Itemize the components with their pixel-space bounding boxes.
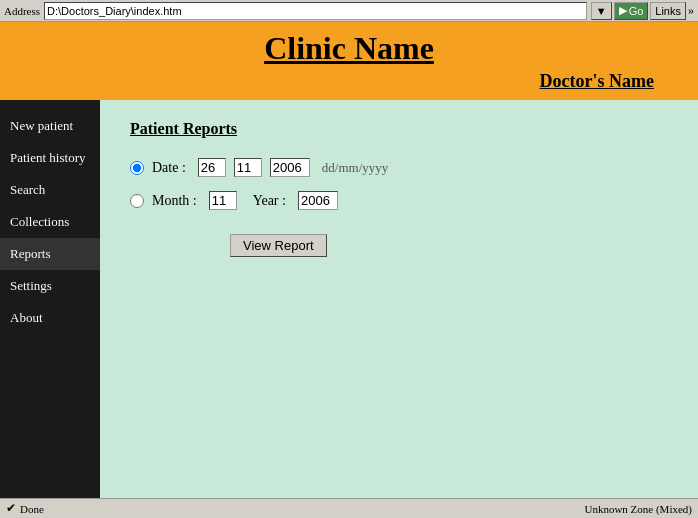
dropdown-btn[interactable]: ▼: [591, 2, 612, 20]
view-report-button[interactable]: View Report: [230, 234, 327, 257]
sidebar-item-patient-history[interactable]: Patient history: [0, 142, 100, 174]
header: Clinic Name Doctor's Name: [0, 22, 698, 100]
month-label: Month :: [152, 193, 197, 209]
main-window: Clinic Name Doctor's Name New patient Pa…: [0, 22, 698, 518]
year-date-input[interactable]: [270, 158, 310, 177]
year-label: Year :: [253, 193, 286, 209]
month-input[interactable]: [209, 191, 237, 210]
address-bar: Address ▼ ▶ Go Links »: [0, 0, 698, 22]
sidebar-item-about[interactable]: About: [0, 302, 100, 334]
links-button[interactable]: Links: [650, 2, 686, 20]
status-bar: ✔ Done Unknown Zone (Mixed): [0, 498, 698, 518]
report-form: Date : dd/mm/yyyy Month : Year : View Re…: [130, 158, 668, 257]
main-content: Patient Reports Date : dd/mm/yyyy Month …: [100, 100, 698, 498]
resize-handle: »: [688, 3, 694, 18]
date-label: Date :: [152, 160, 186, 176]
status-icon: ✔: [6, 501, 16, 516]
year-input[interactable]: [298, 191, 338, 210]
day-input[interactable]: [198, 158, 226, 177]
zone-text: Unknown Zone (Mixed): [584, 503, 692, 515]
address-input[interactable]: [44, 2, 587, 20]
date-row: Date : dd/mm/yyyy: [130, 158, 668, 177]
address-label: Address: [4, 5, 40, 17]
sidebar-item-search[interactable]: Search: [0, 174, 100, 206]
clinic-name: Clinic Name: [4, 30, 694, 67]
page-title: Patient Reports: [130, 120, 668, 138]
sidebar: New patient Patient history Search Colle…: [0, 100, 100, 498]
sidebar-item-reports[interactable]: Reports: [0, 238, 100, 270]
month-year-row: Month : Year :: [130, 191, 668, 210]
month-radio[interactable]: [130, 194, 144, 208]
sidebar-item-settings[interactable]: Settings: [0, 270, 100, 302]
sidebar-item-new-patient[interactable]: New patient: [0, 110, 100, 142]
go-icon: ▶: [619, 4, 627, 17]
content-area: New patient Patient history Search Colle…: [0, 100, 698, 498]
view-report-row: View Report: [130, 224, 668, 257]
doctor-name: Doctor's Name: [4, 67, 694, 96]
status-left: ✔ Done: [6, 501, 44, 516]
month-date-input[interactable]: [234, 158, 262, 177]
go-button[interactable]: ▶ Go: [614, 2, 649, 20]
date-hint: dd/mm/yyyy: [322, 160, 388, 176]
status-text: Done: [20, 503, 44, 515]
date-radio[interactable]: [130, 161, 144, 175]
sidebar-item-collections[interactable]: Collections: [0, 206, 100, 238]
